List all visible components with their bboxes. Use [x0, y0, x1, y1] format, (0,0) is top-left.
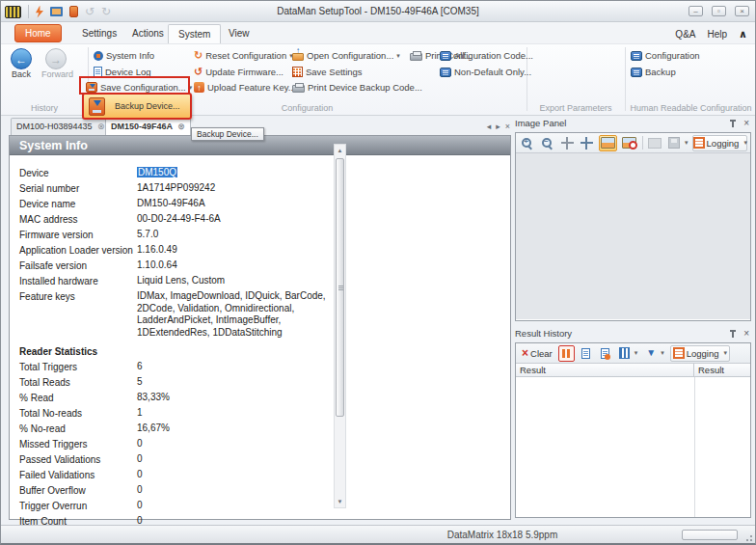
info-label: Feature keys	[19, 290, 137, 339]
help-link[interactable]: Help	[707, 29, 727, 40]
ribbon-item-export-non-default[interactable]: Non-Default Only...	[440, 65, 531, 79]
qa-link[interactable]: Q&A	[675, 29, 695, 40]
image-overlay-button[interactable]	[620, 135, 638, 151]
export-document-icon	[601, 348, 609, 359]
ribbon-item-reset-configuration[interactable]: Reset Configuration ▾	[194, 48, 293, 63]
logging-icon	[693, 137, 705, 149]
tab-close-icon[interactable]: ⊗	[177, 122, 185, 131]
image-panel-title: Image Panel	[515, 118, 566, 128]
ribbon-item-export-all[interactable]: All...	[440, 48, 472, 63]
ribbon-item-hr-backup[interactable]: Backup	[631, 65, 676, 79]
columns-button[interactable]: ▾	[616, 345, 641, 362]
clear-results-button[interactable]: × Clear	[519, 345, 555, 362]
back-button[interactable]: Back	[7, 48, 36, 79]
tab-home[interactable]: Home	[14, 24, 62, 42]
chevron-down-icon: ▾	[685, 139, 688, 147]
ribbon-item-update-firmware[interactable]: Update Firmware...	[194, 65, 284, 79]
divider	[642, 136, 643, 150]
result-table-header: Result Result Status	[516, 364, 750, 377]
chevron-down-icon[interactable]: ▾	[723, 349, 727, 357]
ribbon-item-open-configuration[interactable]: Open Configuration... ▾	[292, 48, 400, 63]
tab-list-close-icon[interactable]: ×	[505, 122, 510, 131]
scroll-down-icon[interactable]: ▼	[335, 497, 345, 506]
upload-feature-key-icon	[194, 82, 204, 93]
close-panel-icon[interactable]: ×	[743, 329, 749, 339]
stat-row: Total Reads 5	[19, 376, 510, 389]
connect-lightning-icon[interactable]	[36, 6, 43, 18]
collapse-ribbon-icon[interactable]: ∧	[739, 28, 747, 41]
stat-row: Total Triggers 6	[19, 361, 510, 373]
minimize-button[interactable]: –	[688, 6, 703, 16]
restore-button[interactable]: ▫	[712, 6, 726, 16]
device-icon[interactable]	[69, 6, 78, 17]
pin-icon[interactable]	[729, 119, 737, 128]
column-header-result-status[interactable]: Result Status	[694, 364, 750, 376]
tab-view[interactable]: View	[219, 24, 259, 43]
image-panel: Image Panel × + − ▾ Logging ▾	[515, 118, 751, 321]
stat-row: Trigger Overrun 0	[19, 500, 510, 512]
update-firmware-icon	[194, 67, 202, 77]
info-row-device: Device DM150Q	[19, 167, 510, 179]
fit-image-button[interactable]	[558, 135, 576, 151]
ribbon-item-system-info[interactable]: System Info	[94, 48, 154, 63]
ribbon-item-save-settings[interactable]: Save Settings	[292, 65, 363, 79]
zoom-in-button[interactable]: +	[519, 135, 536, 151]
column-header-result[interactable]: Result	[516, 364, 694, 376]
open-configuration-icon	[292, 53, 304, 61]
zoom-out-button[interactable]: −	[539, 135, 556, 151]
chevron-down-icon[interactable]: ▾	[634, 349, 638, 357]
group-label-human-readable: Human Readable Configuration	[625, 103, 756, 113]
scroll-up-icon[interactable]: ▲	[335, 146, 345, 155]
scrollbar-thumb[interactable]	[336, 158, 344, 417]
backup-device-menu-item[interactable]: Backup Device...	[82, 93, 192, 120]
forward-button[interactable]: Forward	[41, 48, 70, 79]
tab-scroll-right-icon[interactable]: ▸	[496, 122, 500, 131]
info-value: Liquid Lens, Custom	[137, 275, 341, 287]
pause-results-button[interactable]	[558, 345, 575, 362]
tab-close-icon[interactable]: ⊗	[97, 122, 105, 131]
pan-button[interactable]	[579, 135, 596, 151]
copy-results-button[interactable]	[578, 345, 594, 362]
ribbon-item-hr-configuration[interactable]: Configuration	[631, 48, 700, 63]
info-value: 5.7.0	[137, 229, 341, 241]
item-label: Save Settings	[306, 67, 363, 77]
filter-button[interactable]: ▾	[643, 345, 666, 362]
info-value: IDMax, ImageDownload, IDQuick, BarCode, …	[137, 290, 341, 339]
live-image-toggle[interactable]	[599, 135, 617, 151]
chevron-down-icon[interactable]: ▾	[743, 139, 747, 147]
doc-tab-dm150[interactable]: DM150-49F46A ⊗	[105, 118, 191, 135]
image-logging-button[interactable]: Logging ▾	[692, 135, 747, 151]
group-separator	[625, 47, 626, 111]
stat-value: 0	[137, 484, 341, 497]
monitor-icon[interactable]	[50, 7, 63, 16]
zoom-out-icon: −	[541, 137, 554, 150]
results-document-icon	[581, 348, 590, 359]
resize-grip[interactable]	[743, 532, 753, 542]
stat-value: 0	[137, 500, 341, 512]
stat-row: % No-read 16,67%	[19, 422, 510, 435]
chevron-down-icon[interactable]: ▾	[396, 52, 400, 60]
vertical-scrollbar[interactable]: ▲ ▼	[334, 144, 346, 508]
chevron-down-icon[interactable]: ▾	[661, 349, 664, 357]
ribbon-item-upload-feature-key[interactable]: Upload Feature Key...	[194, 80, 296, 95]
tab-settings[interactable]: Settings	[72, 24, 126, 43]
tab-scroll-left-icon[interactable]: ◂	[487, 122, 492, 131]
filmstrip-button-disabled	[645, 135, 663, 151]
redo-icon[interactable]	[101, 6, 111, 18]
item-label: Backup	[645, 67, 676, 77]
ribbon-item-print-device-backup-code[interactable]: Print Device Backup Code...	[292, 80, 422, 95]
info-label: Installed hardware	[19, 275, 137, 287]
doc-tab-dm100[interactable]: DM100-H03894435 ⊗	[11, 118, 111, 135]
tab-actions[interactable]: Actions	[122, 24, 174, 43]
tab-system[interactable]: System	[168, 24, 221, 43]
stat-label: % No-read	[19, 422, 137, 435]
device-value-selected[interactable]: DM150Q	[137, 167, 177, 177]
filter-icon	[646, 347, 656, 359]
close-button[interactable]: ×	[735, 6, 749, 16]
result-logging-button[interactable]: Logging ▾	[670, 345, 730, 362]
undo-icon[interactable]	[85, 6, 94, 18]
pin-icon[interactable]	[729, 329, 737, 339]
export-results-button[interactable]	[597, 345, 613, 362]
close-panel-icon[interactable]: ×	[743, 119, 749, 128]
zoom-in-icon: +	[521, 137, 533, 150]
